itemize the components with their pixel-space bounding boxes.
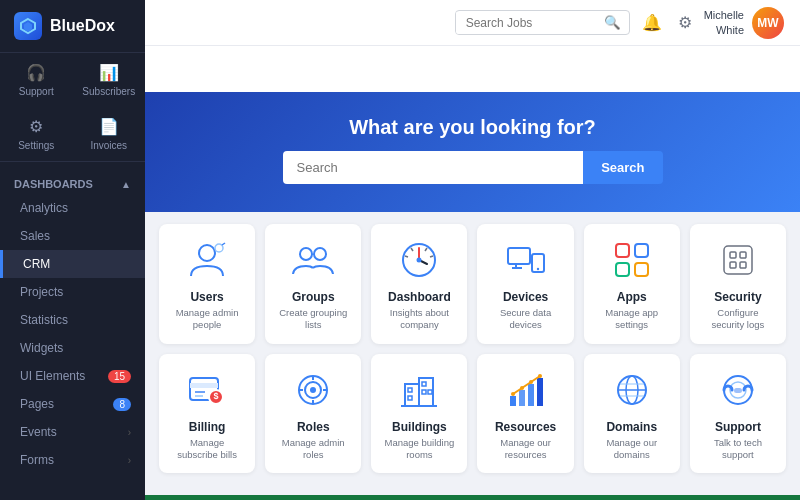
svg-rect-18 <box>616 244 629 257</box>
sidebar-item-analytics[interactable]: Analytics <box>0 194 145 222</box>
svg-point-52 <box>511 392 515 396</box>
card-dashboard[interactable]: Dashboard Insights about company <box>371 224 467 344</box>
user-first-name: Michelle <box>704 8 744 22</box>
sidebar-item-forms[interactable]: Forms › <box>0 446 145 474</box>
card-billing[interactable]: $ Billing Manage subscribe bills <box>159 354 255 474</box>
svg-rect-46 <box>428 390 432 394</box>
svg-rect-51 <box>537 378 543 406</box>
svg-line-10 <box>405 256 408 257</box>
sidebar-nav: Dashboards ▲ Analytics Sales CRM Project… <box>0 162 145 500</box>
subscribers-label: Subscribers <box>82 86 135 97</box>
support-card-icon <box>716 368 760 412</box>
billing-icon: $ <box>185 368 229 412</box>
search-jobs-button[interactable]: 🔍 <box>596 11 629 34</box>
svg-point-2 <box>199 245 215 261</box>
hero-search-button[interactable]: Search <box>583 151 662 184</box>
card-resources[interactable]: Resources Manage our resources <box>477 354 573 474</box>
security-title: Security <box>714 290 761 304</box>
sidebar-item-crm[interactable]: CRM <box>0 250 145 278</box>
card-apps[interactable]: Apps Manage app settings <box>584 224 680 344</box>
avatar[interactable]: MW <box>752 7 784 39</box>
user-info: Michelle White MW <box>704 7 784 39</box>
chevron-up-icon: ▲ <box>121 179 131 190</box>
dashboard-title: Dashboard <box>388 290 451 304</box>
settings-label: Settings <box>18 140 54 151</box>
sidebar-top-icons: 🎧 Support 📊 Subscribers ⚙ Settings 📄 Inv… <box>0 53 145 162</box>
svg-rect-19 <box>635 244 648 257</box>
buildings-title: Buildings <box>392 420 447 434</box>
support-button[interactable]: 🎧 Support <box>0 53 73 107</box>
dashboard-desc: Insights about company <box>381 307 457 332</box>
domains-icon <box>610 368 654 412</box>
logo-icon <box>14 12 42 40</box>
sidebar-item-projects[interactable]: Projects <box>0 278 145 306</box>
card-groups[interactable]: Groups Create grouping lists <box>265 224 361 344</box>
hero-search-input[interactable] <box>283 151 584 184</box>
bell-icon[interactable]: 🔔 <box>638 13 666 32</box>
buildings-desc: Manage building rooms <box>381 437 457 462</box>
svg-rect-23 <box>730 252 736 258</box>
svg-rect-63 <box>734 388 742 393</box>
sidebar-item-statistics[interactable]: Statistics <box>0 306 145 334</box>
svg-text:$: $ <box>214 391 219 401</box>
invoices-button[interactable]: 📄 Invoices <box>73 107 146 161</box>
support-title: Support <box>715 420 761 434</box>
svg-rect-28 <box>190 383 218 388</box>
resources-title: Resources <box>495 420 556 434</box>
settings-icon[interactable]: ⚙ <box>674 13 696 32</box>
settings-button[interactable]: ⚙ Settings <box>0 107 73 161</box>
roles-desc: Manage admin roles <box>275 437 351 462</box>
svg-point-5 <box>300 248 312 260</box>
security-icon <box>716 238 760 282</box>
chevron-right-icon: › <box>128 455 131 466</box>
sidebar-item-sales[interactable]: Sales <box>0 222 145 250</box>
card-security[interactable]: Security Configure security logs <box>690 224 786 344</box>
svg-point-8 <box>417 258 422 263</box>
domains-title: Domains <box>606 420 657 434</box>
card-devices[interactable]: Devices Secure data devices <box>477 224 573 344</box>
resources-icon <box>504 368 548 412</box>
card-roles[interactable]: Roles Manage admin roles <box>265 354 361 474</box>
search-jobs-bar[interactable]: 🔍 <box>455 10 630 35</box>
chevron-right-icon: › <box>128 427 131 438</box>
hero-section: What are you looking for? Search <box>145 92 800 212</box>
devices-title: Devices <box>503 290 548 304</box>
card-support[interactable]: Support Talk to tech support <box>690 354 786 474</box>
headset-icon: 🎧 <box>26 63 46 82</box>
security-desc: Configure security logs <box>700 307 776 332</box>
apps-desc: Manage app settings <box>594 307 670 332</box>
billing-desc: Manage subscribe bills <box>169 437 245 462</box>
card-buildings[interactable]: Buildings Manage building rooms <box>371 354 467 474</box>
svg-rect-26 <box>740 262 746 268</box>
cards-section: Users Manage admin people Groups Create … <box>145 212 800 495</box>
logo-text: BlueDox <box>50 17 115 35</box>
sidebar-item-widgets[interactable]: Widgets <box>0 334 145 362</box>
svg-rect-25 <box>730 262 736 268</box>
sidebar-item-events[interactable]: Events › <box>0 418 145 446</box>
svg-rect-24 <box>740 252 746 258</box>
roles-title: Roles <box>297 420 330 434</box>
devices-desc: Secure data devices <box>487 307 563 332</box>
invoice-icon: 📄 <box>99 117 119 136</box>
svg-point-35 <box>310 387 316 393</box>
apps-title: Apps <box>617 290 647 304</box>
card-users[interactable]: Users Manage admin people <box>159 224 255 344</box>
nav-section-dashboards: Dashboards ▲ <box>0 170 145 194</box>
domains-desc: Manage our domains <box>594 437 670 462</box>
svg-line-11 <box>425 248 427 251</box>
gear-icon: ⚙ <box>29 117 43 136</box>
svg-rect-50 <box>528 384 534 406</box>
groups-desc: Create grouping lists <box>275 307 351 332</box>
svg-rect-20 <box>616 263 629 276</box>
search-jobs-input[interactable] <box>456 12 596 34</box>
users-title: Users <box>190 290 223 304</box>
subscribers-button[interactable]: 📊 Subscribers <box>73 53 146 107</box>
cards-row-1: Users Manage admin people Groups Create … <box>159 224 786 344</box>
svg-point-3 <box>215 244 223 252</box>
pages-badge: 8 <box>113 398 131 411</box>
sidebar-item-pages[interactable]: Pages 8 <box>0 390 145 418</box>
sidebar-item-ui-elements[interactable]: UI Elements 15 <box>0 362 145 390</box>
ui-elements-badge: 15 <box>108 370 131 383</box>
dashboard-icon <box>397 238 441 282</box>
card-domains[interactable]: Domains Manage our domains <box>584 354 680 474</box>
